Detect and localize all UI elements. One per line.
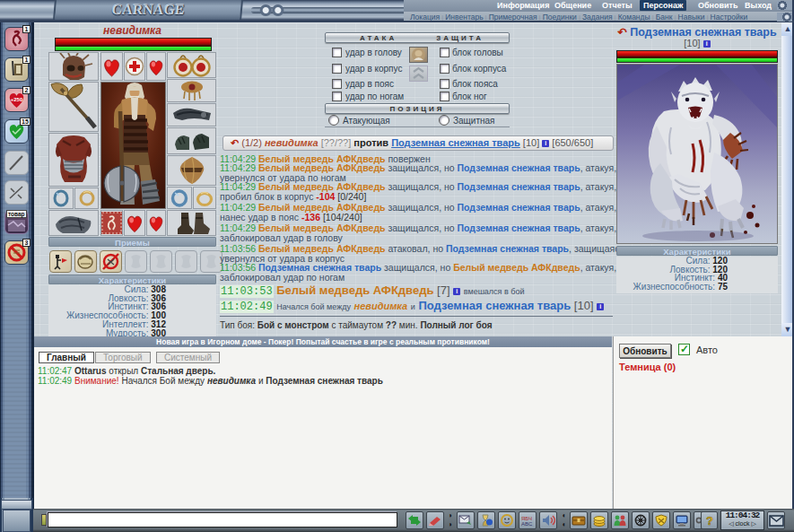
svg-text:?: ? bbox=[706, 514, 713, 527]
svg-text:+250: +250 bbox=[11, 97, 23, 102]
svg-text:ABC: ABC bbox=[521, 521, 533, 527]
